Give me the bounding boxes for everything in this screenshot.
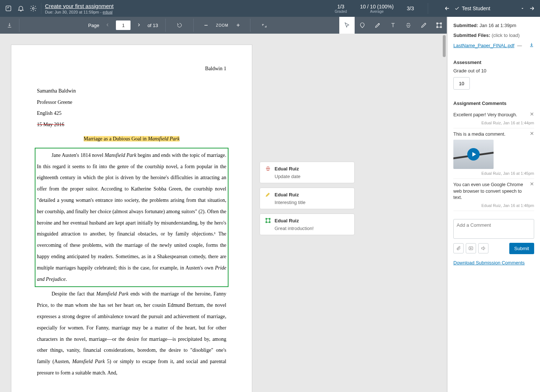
prev-student-arrow[interactable] (443, 5, 451, 12)
zoom-label: ZOOM (216, 23, 229, 27)
strikeout-icon (265, 166, 271, 172)
fullscreen-icon[interactable] (258, 19, 271, 32)
zoom-out[interactable]: − (201, 20, 211, 31)
comment-item: ✕ Excellent paper! Very thorough. Edual … (453, 109, 534, 128)
doc-title: Marriage as a Dubious Goal in Mansfield … (37, 133, 226, 145)
svg-rect-12 (469, 247, 473, 250)
svg-point-1 (33, 8, 34, 10)
submitted-time: Submitted: Jan 16 at 1:39pm (453, 23, 534, 28)
grade-input[interactable] (453, 77, 470, 90)
scroll-thumb[interactable] (443, 35, 446, 57)
student-nav: Test Student (443, 5, 536, 12)
doc-author: Samantha Baldwin (37, 86, 226, 97)
assignment-info: Create your first assignment Due: Jun 30… (45, 1, 114, 16)
attach-file-icon[interactable] (453, 243, 464, 253)
highlight-icon (265, 192, 271, 197)
svg-rect-0 (6, 6, 11, 11)
viewer: Page of 13 − ZOOM + (0, 17, 447, 392)
strikeout-tool[interactable] (401, 17, 416, 34)
assignment-title[interactable]: Create your first assignment (45, 3, 114, 9)
close-icon[interactable]: ✕ (530, 131, 534, 136)
play-icon[interactable] (467, 148, 480, 161)
stat-average: 10 / 10 (100%) Average (357, 4, 397, 14)
area-tool[interactable] (431, 17, 447, 34)
doc-date: 15 May 2016 (37, 119, 226, 131)
submitted-files-label: Submitted Files: (click to load) (453, 33, 534, 38)
zoom-in[interactable]: + (234, 20, 243, 30)
page-count: of 13 (147, 23, 158, 28)
comments-title: Assignment Comments (453, 101, 534, 106)
sidebar: Submitted: Jan 16 at 1:39pm Submitted Fi… (447, 17, 540, 392)
top-bar: Create your first assignment Due: Jun 30… (0, 0, 540, 17)
annotation-tools (339, 17, 447, 34)
comment-actions: Submit (453, 243, 534, 254)
download-comments-link[interactable]: Download Submission Comments (453, 260, 525, 265)
doc-para-1: Jane Austen's 1814 novel Mansfield Park … (37, 150, 226, 285)
close-icon[interactable]: ✕ (530, 111, 534, 117)
notifications-icon[interactable] (17, 4, 25, 12)
doc-professor: Professor Greene (37, 97, 226, 108)
annotation-card[interactable]: Edual Ruiz Great introduction! (260, 214, 355, 235)
rotate-icon[interactable] (173, 19, 186, 32)
media-comment-icon[interactable] (466, 243, 476, 253)
speech-icon[interactable] (478, 243, 488, 253)
text-tool[interactable] (385, 17, 401, 34)
annotations-panel: Edual Ruiz Update date Edual Ruiz Intere… (252, 34, 362, 392)
prev-page-arrow[interactable] (102, 21, 113, 30)
download-icon[interactable] (3, 19, 16, 32)
submit-button[interactable]: Submit (509, 243, 534, 254)
box-icon (265, 218, 271, 223)
draw-tool[interactable] (416, 17, 431, 34)
current-page-input[interactable] (116, 20, 131, 30)
media-comment-thumb[interactable] (453, 140, 494, 169)
box-annotation: Jane Austen's 1814 novel Mansfield Park … (35, 148, 229, 287)
doc-para-2: Despite the fact that Mansfield Park end… (37, 289, 226, 378)
submitted-file-link[interactable]: LastName_Paper_FINAL.pdf (453, 43, 514, 48)
highlight-tool[interactable] (370, 17, 385, 34)
next-page-arrow[interactable] (133, 21, 144, 30)
running-head: Baldwin 1 (37, 63, 226, 75)
annotation-card[interactable]: Edual Ruiz Interesting title (260, 188, 355, 209)
student-dropdown[interactable]: Test Student (454, 5, 525, 11)
pointer-tool[interactable] (339, 17, 355, 34)
close-icon[interactable]: ✕ (530, 181, 534, 187)
annotation-card[interactable]: Edual Ruiz Update date (260, 162, 355, 183)
stat-graded: 1/3 Graded (332, 4, 350, 14)
document-page: Baldwin 1 Samantha Baldwin Professor Gre… (11, 45, 252, 392)
comment-item: ✕ This is a media comment. Edual Ruiz, J… (453, 128, 534, 179)
viewer-toolbar: Page of 13 − ZOOM + (0, 17, 447, 34)
scrollbar[interactable] (442, 34, 447, 392)
page-label: Page (88, 23, 99, 28)
stats-group: 1/3 Graded 10 / 10 (100%) Average 3/3 Te… (332, 3, 536, 14)
stat-count: 3/3 (404, 5, 417, 11)
add-comment-input[interactable] (453, 219, 534, 239)
next-student-arrow[interactable] (528, 5, 536, 12)
download-file-icon[interactable] (529, 42, 534, 49)
comment-item: ✕ You can even use Google Chrome web bro… (453, 179, 534, 211)
top-icons (4, 4, 37, 12)
doc-course: English 425 (37, 108, 226, 119)
due-link[interactable]: edual (103, 10, 113, 14)
settings-icon[interactable] (29, 4, 37, 12)
grade-label: Grade out of 10 (453, 68, 534, 74)
assignment-due: Due: Jun 30, 2020 at 11:59pm - edual (45, 10, 114, 14)
gradebook-icon[interactable] (4, 4, 12, 12)
assessment-title: Assessment (453, 60, 534, 65)
document-area[interactable]: Baldwin 1 Samantha Baldwin Professor Gre… (0, 34, 447, 392)
point-tool[interactable] (355, 17, 370, 34)
